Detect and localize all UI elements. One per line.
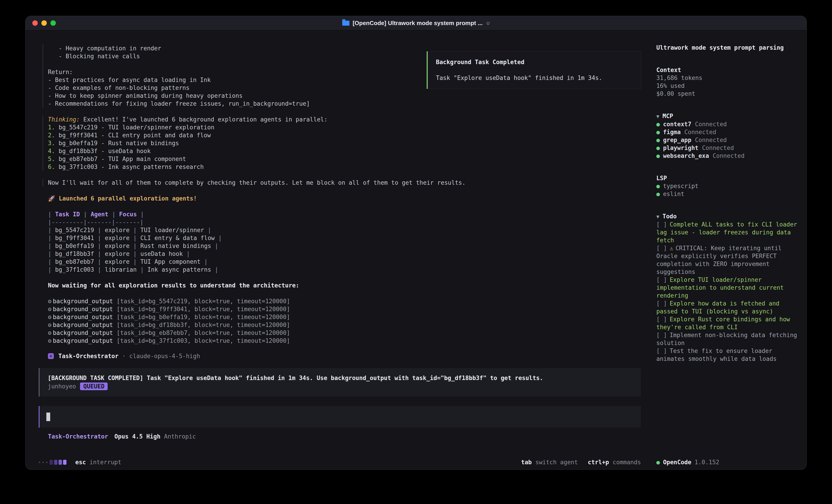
chevron-down-icon: ▼: [656, 114, 659, 119]
table-pipe: |: [218, 234, 222, 242]
brand-version: 1.0.152: [695, 459, 720, 466]
table-pipe: |: [133, 258, 137, 265]
context-used: 16% used: [656, 82, 798, 90]
table-pipe: |: [98, 234, 101, 242]
mcp-item: ●context7Connected: [656, 120, 798, 128]
table-cell: explore: [105, 258, 130, 265]
todo-text: Explore how data is fetched and passed t…: [656, 300, 779, 315]
mcp-status: Connected: [712, 152, 745, 159]
terminal-main-pane: - Heavy computation in render - Blocking…: [26, 30, 648, 455]
tool-name: background_output: [53, 298, 113, 305]
todo-text: Explore Rust core bindings and how they'…: [656, 316, 790, 331]
background-task-toast[interactable]: Background Task Completed Task "Explore …: [426, 51, 641, 89]
text-cursor: [46, 413, 50, 421]
opencode-terminal-window: [OpenCode] Ultrawork mode system prompt …: [25, 16, 807, 470]
todo-item: [ ]Explore how data is fetched and passe…: [656, 300, 798, 315]
todo-text: Explore TUI loader/spinner implementatio…: [656, 276, 784, 299]
tool-call: ⚙background_output[task_id=bg_f9ff3041, …: [48, 305, 641, 313]
table-pipe: |: [204, 258, 208, 265]
close-button[interactable]: [32, 20, 38, 26]
background-task-completed-panel: [BACKGROUND TASK COMPLETED] Task "Explor…: [38, 368, 641, 396]
todo-item: [ ]Test the fix to ensure loader animate…: [656, 347, 798, 363]
mcp-name: figma: [663, 129, 681, 136]
list-text: bg_f9ff3041 - CLI entry point and data f…: [58, 132, 211, 139]
table-pipe: |: [48, 250, 52, 257]
gear-icon: ⚙: [48, 330, 52, 336]
table-separator-row: |---------|-------|-------|: [48, 218, 641, 226]
esc-key-label: interrupt: [89, 459, 122, 466]
todo-header[interactable]: ▼Todo: [656, 213, 798, 221]
table-cell: explore: [105, 234, 130, 242]
toast-title: Background Task Completed: [436, 58, 632, 66]
esc-key-hint: esc: [75, 459, 86, 466]
table-cell: explore: [105, 243, 130, 249]
table-cell: TUI App component: [140, 258, 201, 265]
tool-call: ⚙background_output[task_id=bg_b0effa19, …: [48, 313, 641, 321]
minimize-button[interactable]: [42, 20, 47, 26]
mcp-item: ●figmaConnected: [656, 128, 798, 136]
status-dot-icon: ●: [656, 129, 660, 136]
warning-icon: ⚠: [670, 245, 673, 252]
todo-item: [ ]Explore Rust core bindings and how th…: [656, 315, 798, 331]
table-cell: TUI loader/spinner: [140, 227, 204, 233]
status-dot-icon: ●: [656, 137, 660, 143]
lsp-section: LSP ●typescript ●eslint: [656, 174, 798, 198]
table-pipe: |: [186, 250, 190, 257]
session-title: Ultrawork mode system prompt parsing: [656, 44, 798, 52]
todo-item: [ ]Explore TUI loader/spinner implementa…: [656, 276, 798, 300]
table-pipe: |: [48, 234, 52, 242]
lsp-item: ●typescript: [656, 182, 798, 190]
table-pipe: |: [98, 258, 101, 265]
zoom-button[interactable]: [50, 20, 56, 26]
transcript-line: - How to keep spinner animating during h…: [48, 92, 641, 100]
launch-announcement: 🚀 Launched 6 parallel exploration agents…: [43, 195, 641, 202]
table-pipe: |: [48, 211, 52, 218]
todo-checkbox: [ ]: [656, 276, 667, 283]
toast-message: Task "Explore useData hook" finished in …: [436, 74, 632, 82]
lsp-name: typescript: [663, 183, 699, 190]
tab-key-hint: tab: [521, 459, 532, 466]
todo-text: Implement non-blocking data fetching sol…: [656, 332, 797, 346]
content-row: - Heavy computation in render - Blocking…: [26, 30, 806, 455]
list-marker: 4.: [48, 148, 55, 155]
brand-name: OpenCode: [663, 459, 692, 466]
table-pipe: |: [208, 227, 211, 233]
requester-name: junhoyeo: [48, 383, 76, 390]
table-cell: bg_37f1c003: [55, 266, 94, 273]
agent-list-item: 2.bg_f9ff3041 - CLI entry point and data…: [48, 132, 641, 139]
table-row: |bg_df18bb3f|explore|useData hook|: [48, 250, 641, 258]
tool-args: [task_id=bg_b0effa19, block=true, timeou…: [116, 314, 290, 320]
table-pipe: |: [133, 234, 137, 242]
status-left-group: esc interrupt: [38, 459, 122, 466]
mcp-item: ●websearch_exaConnected: [656, 152, 798, 160]
mcp-status: Connected: [684, 129, 716, 136]
agent-name: Task-Orchestrator: [58, 353, 119, 360]
agent-model: claude-opus-4-5-high: [129, 353, 200, 360]
table-pipe: |: [140, 266, 144, 273]
context-section: Context 31,686 tokens 16% used $0.00 spe…: [656, 66, 798, 98]
list-marker: 6.: [48, 164, 55, 170]
agent-list-item: 6.bg_37f1c003 - Ink async patterns resea…: [48, 163, 641, 171]
table-cell: bg_b0effa19: [55, 243, 94, 249]
mcp-item: ●grep_appConnected: [656, 136, 798, 144]
table-cell: Rust native bindings: [140, 243, 211, 249]
window-title-group: [OpenCode] Ultrawork mode system prompt …: [342, 20, 490, 27]
queue-line: junhoyeoQUEUED: [48, 382, 633, 391]
status-dot-icon: ●: [656, 459, 660, 466]
table-cell: Ink async patterns: [148, 266, 211, 273]
mcp-status: Connected: [695, 137, 727, 143]
transcript-line: - Recommendations for fixing loader free…: [48, 100, 641, 108]
table-pipe: |: [98, 243, 101, 249]
tool-args: [task_id=bg_5547c219, block=true, timeou…: [116, 298, 290, 305]
orchestrator-icon: [48, 353, 54, 359]
list-text: bg_df18bb3f - useData hook: [58, 148, 151, 155]
todo-checkbox: [ ]: [656, 316, 667, 323]
status-dot-icon: ●: [656, 121, 660, 128]
prompt-input[interactable]: [38, 406, 641, 428]
table-pipe: |: [98, 266, 101, 273]
tool-name: background_output: [53, 314, 113, 320]
footer-model-name: Opus 4.5 High: [114, 433, 160, 440]
tool-call: ⚙background_output[task_id=bg_eb87ebb7, …: [48, 329, 641, 337]
table-pipe: |: [133, 250, 137, 257]
mcp-header[interactable]: ▼MCP: [656, 112, 798, 120]
